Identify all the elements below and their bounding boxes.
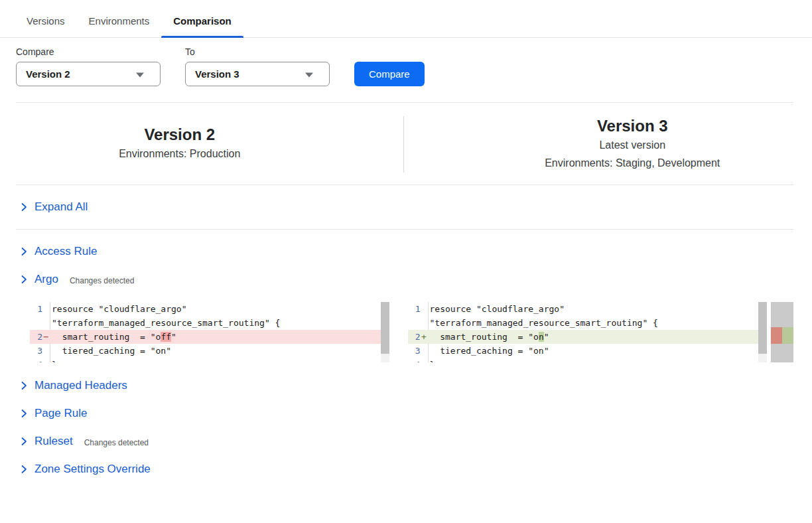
section-argo[interactable]: Argo Changes detected (0, 265, 812, 293)
code-text: "terraform_managed_resource_smart_routin… (50, 316, 280, 330)
tab-comparison[interactable]: Comparison (161, 15, 243, 37)
diff-line-wrap: "terraform_managed_resource_smart_routin… (30, 316, 389, 330)
line-number (30, 316, 42, 330)
diff-sign (421, 344, 428, 358)
left-version-title: Version 2 (0, 125, 360, 145)
diff-right-pane: 1resource "cloudflare_argo" "terraform_m… (408, 302, 768, 362)
code-text: resource "cloudflare_argo" (50, 302, 187, 316)
chevron-right-icon (19, 436, 29, 447)
diff-sign (421, 316, 428, 330)
left-version-environments: Environments: Production (0, 145, 360, 163)
scrollbar[interactable] (758, 302, 767, 362)
expand-all-button[interactable]: Expand All (0, 185, 812, 229)
minimap-added-mark (782, 327, 793, 344)
line-number: 2 (30, 330, 42, 344)
section-label: Ruleset (34, 435, 73, 448)
chevron-down-icon (136, 72, 144, 77)
chevron-right-icon (19, 464, 29, 475)
right-version-panel: Version 3 Latest version Environments: S… (404, 103, 812, 185)
code-text: "terraform_managed_resource_smart_routin… (428, 316, 658, 330)
to-label: To (185, 46, 330, 57)
diff-line-added: 2+ smart_routing = "on" (408, 330, 768, 344)
diff-line-wrap: "terraform_managed_resource_smart_routin… (408, 316, 768, 330)
diff-sign: + (421, 330, 428, 344)
to-field: To Version 3 (185, 46, 330, 86)
compare-to-value: Version 3 (195, 68, 239, 80)
chevron-right-icon (19, 408, 29, 419)
diff-sign (421, 302, 428, 316)
code-text: tiered_caching = "on" (428, 344, 549, 358)
diff-left-pane: 1resource "cloudflare_argo" "terraform_m… (30, 302, 389, 362)
scrollbar-thumb[interactable] (381, 302, 389, 354)
section-list: Access Rule Argo Changes detected 1resou… (0, 230, 812, 483)
diff-line: 4} (30, 358, 389, 362)
chevron-right-icon (19, 246, 29, 257)
right-version-title: Version 3 (453, 116, 812, 136)
line-number: 4 (408, 358, 421, 362)
line-number: 4 (30, 358, 42, 362)
version-headers: Version 2 Environments: Production Versi… (0, 103, 812, 185)
changes-detected-badge: Changes detected (84, 436, 149, 447)
diff-minimap[interactable] (771, 302, 793, 362)
line-number: 1 (408, 302, 421, 316)
code-text: smart_routing = "on" (428, 330, 549, 344)
right-version-latest: Latest version (453, 136, 812, 154)
compare-button[interactable]: Compare (354, 62, 425, 86)
diff-sign (42, 344, 50, 358)
diff-line: 1resource "cloudflare_argo" (408, 302, 768, 316)
code-text: smart_routing = "off" (50, 330, 176, 344)
section-label: Page Rule (34, 407, 87, 420)
diff-sign (42, 358, 50, 362)
tab-environments[interactable]: Environments (77, 15, 162, 37)
line-number: 3 (408, 344, 421, 358)
section-label: Zone Settings Override (34, 463, 151, 476)
section-page-rule[interactable]: Page Rule (0, 400, 812, 427)
line-number: 2 (408, 330, 421, 344)
compare-from-select[interactable]: Version 2 (16, 62, 161, 86)
changes-detected-badge: Changes detected (70, 274, 134, 285)
compare-field: Compare Version 2 (16, 46, 161, 86)
code-text: tiered_caching = "on" (50, 344, 171, 358)
diff-sign: − (42, 330, 50, 344)
scrollbar[interactable] (381, 302, 389, 362)
chevron-right-icon (19, 380, 29, 391)
diff-line: 3 tiered_caching = "on" (408, 344, 768, 358)
argo-diff: 1resource "cloudflare_argo" "terraform_m… (30, 302, 793, 362)
tab-bar: Versions Environments Comparison (0, 0, 812, 38)
diff-line: 1resource "cloudflare_argo" (30, 302, 389, 316)
tab-versions[interactable]: Versions (15, 15, 77, 37)
diff-line-removed: 2− smart_routing = "off" (30, 330, 389, 344)
section-label: Argo (34, 273, 58, 286)
section-label: Managed Headers (34, 379, 127, 392)
section-zone-settings-override[interactable]: Zone Settings Override (0, 455, 812, 483)
code-text: resource "cloudflare_argo" (428, 302, 565, 316)
left-version-panel: Version 2 Environments: Production (0, 103, 403, 185)
section-label: Access Rule (34, 245, 97, 258)
code-text: } (428, 358, 435, 362)
compare-form: Compare Version 2 To Version 3 Compare (0, 38, 812, 102)
line-number: 1 (30, 302, 42, 316)
line-number: 3 (30, 344, 42, 358)
expand-all-label: Expand All (34, 200, 88, 214)
section-access-rule[interactable]: Access Rule (0, 238, 812, 265)
diff-line: 4} (408, 358, 768, 362)
compare-from-value: Version 2 (26, 68, 70, 80)
diff-sign (421, 358, 428, 362)
right-version-environments: Environments: Staging, Development (453, 154, 812, 172)
diff-sign (42, 316, 50, 330)
chevron-down-icon (305, 72, 313, 77)
diff-line: 3 tiered_caching = "on" (30, 344, 389, 358)
chevron-right-icon (19, 202, 29, 212)
compare-label: Compare (16, 46, 161, 57)
section-managed-headers[interactable]: Managed Headers (0, 372, 812, 400)
code-text: } (50, 358, 57, 362)
diff-sign (42, 302, 50, 316)
minimap-removed-mark (771, 327, 782, 344)
chevron-right-icon (19, 274, 29, 285)
section-ruleset[interactable]: Ruleset Changes detected (0, 427, 812, 455)
scrollbar-thumb[interactable] (758, 302, 767, 354)
compare-to-select[interactable]: Version 3 (185, 62, 330, 86)
line-number (408, 316, 421, 330)
